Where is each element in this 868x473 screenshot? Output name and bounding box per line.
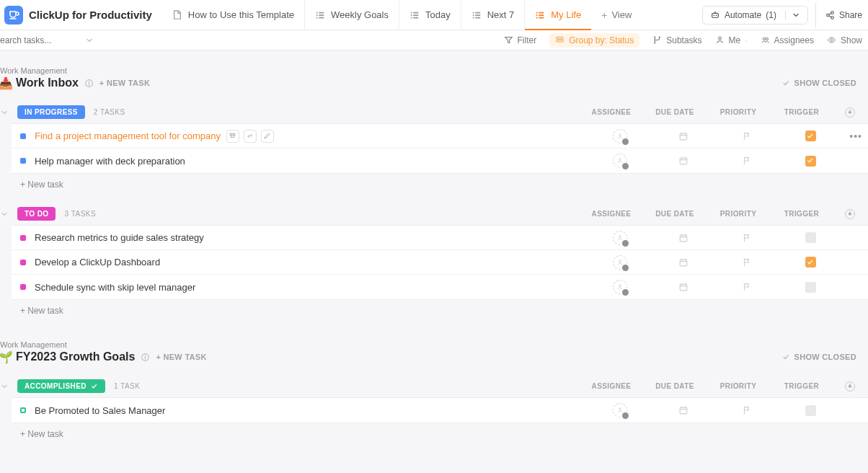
task-title[interactable]: Help manager with deck preparation xyxy=(35,156,588,167)
task-row[interactable]: Help manager with deck preparation xyxy=(12,149,868,173)
column-headers: ASSIGNEE DUE DATE PRIORITY TRIGGER + xyxy=(580,209,859,219)
group-by-button[interactable]: Group by: Status xyxy=(549,33,639,48)
view-tab-label: Next 7 xyxy=(487,9,515,20)
me-button[interactable]: Me · xyxy=(715,35,748,45)
calendar-icon xyxy=(678,257,688,268)
subtasks-button[interactable]: Subtasks xyxy=(652,35,701,45)
show-closed-button[interactable]: SHOW CLOSED xyxy=(782,79,856,87)
info-icon[interactable] xyxy=(141,353,150,362)
info-icon[interactable] xyxy=(84,79,94,88)
due-cell[interactable] xyxy=(652,131,715,141)
view-tab-weekly[interactable]: Weekly Goals xyxy=(304,0,399,30)
status-chip[interactable]: ACCOMPLISHED xyxy=(17,379,105,393)
section-breadcrumb: Work Management xyxy=(0,340,868,349)
assignee-cell[interactable] xyxy=(588,403,652,417)
status-dot-icon[interactable] xyxy=(20,158,26,164)
chevron-down-icon[interactable] xyxy=(85,36,94,45)
secondary-bar: Filter Group by: Status Subtasks Me · As… xyxy=(0,30,868,50)
assignee-cell[interactable] xyxy=(588,129,652,143)
priority-cell[interactable] xyxy=(715,282,779,292)
task-title[interactable]: Research metrics to guide sales strategy xyxy=(35,232,588,243)
status-dot-icon[interactable] xyxy=(20,407,26,413)
search-input[interactable] xyxy=(0,35,79,45)
filter-button[interactable]: Filter xyxy=(504,35,537,45)
due-cell[interactable] xyxy=(652,282,715,292)
priority-cell[interactable] xyxy=(715,405,779,415)
priority-cell[interactable] xyxy=(715,257,779,268)
inbox-icon: 📥 xyxy=(0,77,12,89)
task-row[interactable]: Develop a ClickUp Dashboard xyxy=(12,250,868,275)
col-due: DUE DATE xyxy=(643,108,707,116)
checkbox-on-icon xyxy=(805,156,816,167)
priority-cell[interactable] xyxy=(715,156,779,166)
trigger-cell[interactable] xyxy=(779,257,842,268)
trigger-cell[interactable] xyxy=(779,282,842,293)
view-tab-how-to[interactable]: How to Use this Template xyxy=(162,0,304,30)
task-title[interactable]: Find a project management tool for compa… xyxy=(35,130,588,143)
due-cell[interactable] xyxy=(652,233,715,243)
add-task-button[interactable]: + New task xyxy=(0,300,868,319)
flag-icon xyxy=(742,405,752,415)
assignee-cell[interactable] xyxy=(588,231,652,245)
view-tab-today[interactable]: Today xyxy=(399,0,461,30)
view-tab-next7[interactable]: Next 7 xyxy=(461,0,525,30)
add-view[interactable]: + View xyxy=(591,0,642,30)
assignee-cell[interactable] xyxy=(588,280,652,294)
status-chip[interactable]: TO DO xyxy=(17,207,56,221)
status-dot-icon[interactable] xyxy=(20,235,26,241)
list-icon xyxy=(535,10,545,20)
add-task-button[interactable]: + New task xyxy=(0,423,868,442)
task-title[interactable]: Schedule sync with skip level manager xyxy=(35,282,588,293)
status-chip-label: TO DO xyxy=(25,210,48,218)
chevron-down-icon[interactable] xyxy=(0,210,9,218)
add-column[interactable]: + xyxy=(833,107,859,118)
link-button[interactable] xyxy=(244,130,257,143)
status-dot-icon[interactable] xyxy=(20,133,26,139)
rename-button[interactable] xyxy=(261,130,274,143)
priority-cell[interactable] xyxy=(715,131,779,141)
people-icon xyxy=(761,35,770,45)
search-wrap xyxy=(0,35,98,45)
status-chip[interactable]: IN PROGRESS xyxy=(17,105,85,119)
automate-button[interactable]: Automate (1) xyxy=(702,6,808,25)
section-title[interactable]: 🌱 FY2023 Growth Goals xyxy=(0,350,135,363)
status-dot-icon[interactable] xyxy=(20,284,26,290)
share-label: Share xyxy=(839,10,862,20)
show-button[interactable]: Show xyxy=(827,35,862,45)
chevron-down-icon[interactable] xyxy=(0,108,9,117)
trigger-cell[interactable] xyxy=(779,156,842,167)
assignees-button[interactable]: Assignees xyxy=(761,35,814,45)
add-task-button[interactable]: + New task xyxy=(0,174,868,193)
more-cell[interactable]: ••• xyxy=(842,131,868,142)
task-row[interactable]: Schedule sync with skip level manager xyxy=(12,275,868,299)
task-row[interactable]: Be Promoted to Sales Manager xyxy=(12,398,868,423)
section-new-task[interactable]: + NEW TASK xyxy=(156,353,206,361)
col-priority: PRIORITY xyxy=(707,108,770,116)
priority-cell[interactable] xyxy=(715,233,779,243)
add-column[interactable]: + xyxy=(833,209,859,219)
assignee-cell[interactable] xyxy=(588,154,652,168)
due-cell[interactable] xyxy=(652,405,715,415)
task-title[interactable]: Be Promoted to Sales Manager xyxy=(35,405,588,416)
status-dot-icon[interactable] xyxy=(20,260,26,265)
assignee-cell[interactable] xyxy=(588,255,652,270)
view-tab-mylife[interactable]: My Life xyxy=(524,0,591,30)
add-column[interactable]: + xyxy=(833,381,859,392)
trigger-cell[interactable] xyxy=(779,405,842,416)
show-closed-button[interactable]: SHOW CLOSED xyxy=(782,353,856,361)
section-title-text: Work Inbox xyxy=(16,76,79,89)
task-row[interactable]: Research metrics to guide sales strategy xyxy=(12,226,868,250)
column-headers: ASSIGNEE DUE DATE PRIORITY TRIGGER + xyxy=(580,107,859,118)
task-row[interactable]: Find a project management tool for compa… xyxy=(12,124,868,149)
chevron-down-icon[interactable] xyxy=(0,382,9,391)
trigger-cell[interactable] xyxy=(779,232,842,243)
subtask-button[interactable] xyxy=(226,130,239,143)
trigger-cell[interactable] xyxy=(779,131,842,141)
share-button[interactable]: Share xyxy=(815,3,862,27)
section-title[interactable]: 📥 Work Inbox xyxy=(0,76,79,89)
group-count: 3 TASKS xyxy=(64,210,96,218)
section-new-task[interactable]: + NEW TASK xyxy=(99,79,150,87)
due-cell[interactable] xyxy=(652,156,715,166)
task-title[interactable]: Develop a ClickUp Dashboard xyxy=(35,257,588,268)
due-cell[interactable] xyxy=(652,257,715,268)
